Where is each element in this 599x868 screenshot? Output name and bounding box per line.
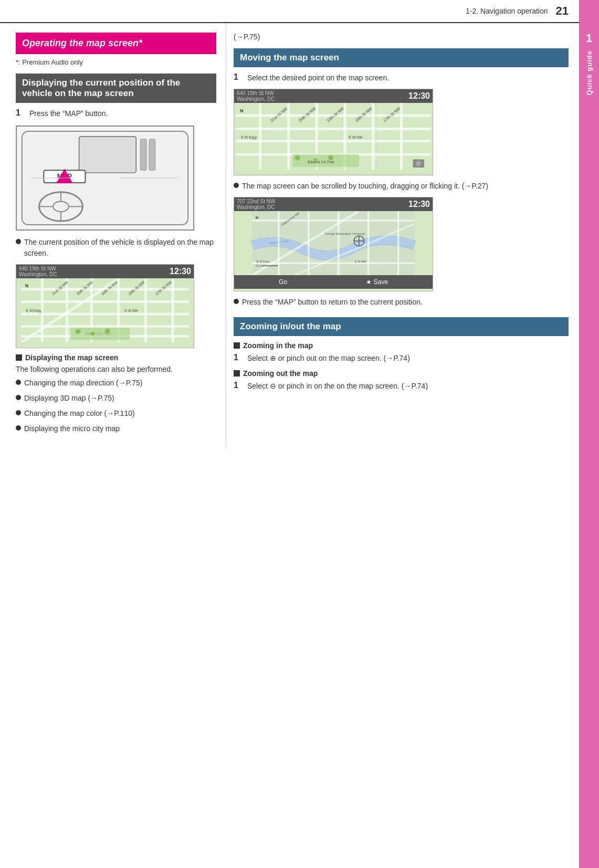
- mini-map-3-street: 707 22nd St NW: [237, 198, 275, 204]
- zoom-in-step-text: Select ⊕ or pinch out on the map screen.…: [247, 353, 410, 364]
- mini-map-3-bottom-bar: Go ★ Save: [234, 275, 433, 289]
- bullet-dot-scroll: [234, 183, 239, 188]
- displaying-map-screen-label: Displaying the map screen: [25, 353, 118, 362]
- step1-num: 1: [16, 108, 25, 118]
- mini-map-3-addr-block: 707 22nd St NW Washington, DC: [237, 198, 275, 210]
- svg-text:0.3: 0.3: [256, 264, 260, 267]
- zooming-heading: Zooming in/out the map: [234, 317, 569, 336]
- zoom-out-step-line: 1 Select ⊖ or pinch in on the on the map…: [234, 381, 569, 392]
- svg-rect-47: [287, 103, 290, 170]
- svg-text:E St Expy: E St Expy: [241, 135, 257, 140]
- svg-text:E St NW: E St NW: [349, 135, 363, 139]
- bullet-dot-4: [16, 410, 21, 415]
- mini-map-1-addr-block: 640 19th St NW Washington, DC: [19, 266, 57, 277]
- svg-point-38: [91, 331, 95, 336]
- svg-rect-75: [397, 211, 399, 275]
- left-col: Operating the map screen* *: Premium Aud…: [0, 23, 226, 448]
- bullet-micro-text: Displaying the micro city map: [24, 423, 120, 434]
- mini-map-2-header: 640 19th St NW Washington, DC 12:30: [234, 89, 433, 103]
- svg-rect-71: [278, 211, 279, 275]
- svg-point-61: [295, 155, 300, 161]
- svg-rect-36: [70, 328, 130, 340]
- svg-point-66: [416, 161, 421, 166]
- ref-link: (→P.75): [234, 33, 569, 41]
- road-svg-3: Potomac River Virgini: [234, 211, 433, 275]
- bullet-current-position-text: The current position of the vehicle is d…: [24, 237, 216, 259]
- svg-text:N: N: [240, 108, 243, 113]
- svg-point-37: [76, 329, 80, 334]
- mini-map-2-addr-block: 640 19th St NW Washington, DC: [237, 90, 275, 102]
- following-text: The following operations can also be per…: [16, 365, 216, 373]
- bullet-map-return: Press the “MAP” button to return to the …: [234, 297, 569, 308]
- right-sidebar: 1 Quick guide: [579, 0, 599, 868]
- mini-map-2-city: Washington, DC: [237, 96, 275, 102]
- zoom-out-step-text: Select ⊖ or pinch in on the on the map s…: [247, 381, 428, 392]
- mini-map-3: 707 22nd St NW Washington, DC 12:30 Poto…: [234, 197, 433, 291]
- mini-map-2-time: 12:30: [408, 91, 430, 101]
- mini-map-1-time: 12:30: [170, 267, 191, 276]
- step1-text: Press the “MAP” button.: [29, 108, 108, 119]
- zoom-in-step-line: 1 Select ⊕ or pinch out on the map scree…: [234, 353, 569, 364]
- bullet-dot-map-return: [234, 299, 239, 304]
- svg-rect-73: [338, 211, 339, 275]
- right-step1-num: 1: [234, 72, 243, 82]
- right-step1-text: Select the desired point on the map scre…: [247, 72, 389, 83]
- bullet-micro-city: Displaying the micro city map: [16, 423, 216, 434]
- zoom-out-label: Zooming out the map: [243, 369, 318, 378]
- svg-rect-21: [41, 278, 44, 342]
- mini-map-1: 640 19th St NW Washington, DC 12:30: [16, 264, 194, 348]
- mini-map-1-header: 640 19th St NW Washington, DC 12:30: [16, 265, 194, 278]
- right-step1-line: 1 Select the desired point on the map sc…: [234, 72, 569, 83]
- bullet-dot-3: [16, 395, 21, 400]
- right-col: (→P.75) Moving the map screen 1 Select t…: [226, 23, 579, 448]
- svg-text:E St NW: E St NW: [355, 260, 366, 263]
- mini-map-3-city: Washington, DC: [237, 204, 275, 210]
- road-svg-2: 21st St NW 20th St NW 19th St NW 18th St…: [234, 103, 433, 170]
- mini-map-3-body: Potomac River Virgini: [234, 211, 433, 275]
- page-container: 1-2. Navigation operation 21 Operating t…: [0, 0, 599, 868]
- zoom-in-step-num: 1: [234, 353, 243, 362]
- main-content: 1-2. Navigation operation 21 Operating t…: [0, 0, 579, 868]
- mini-map-2: 640 19th St NW Washington, DC 12:30: [234, 89, 433, 175]
- bullet-scroll-text: The map screen can be scrolled by touchi…: [242, 181, 488, 192]
- bullet-changing-direction: Changing the map direction (→P.75): [16, 378, 216, 389]
- svg-text:George Washington University: George Washington University: [325, 232, 365, 235]
- svg-rect-50: [372, 103, 374, 170]
- bullet-current-position: The current position of the vehicle is d…: [16, 237, 216, 259]
- sidebar-number: 1: [586, 32, 592, 45]
- svg-text:N: N: [256, 215, 258, 220]
- svg-rect-1: [79, 137, 136, 173]
- bullet-map-color: Changing the map color (→P.110): [16, 408, 216, 419]
- bullet-dot-2: [16, 380, 21, 385]
- header-page-num: 21: [556, 4, 569, 18]
- svg-text:E St Expy: E St Expy: [26, 309, 41, 313]
- bullet-dot-5: [16, 425, 21, 431]
- bullet-dot: [16, 239, 21, 244]
- sub-heading-square-zoom-in: [234, 342, 240, 349]
- svg-text:E St NW: E St NW: [125, 309, 139, 312]
- zoom-in-sub: Zooming in the map: [234, 341, 569, 350]
- zoom-out-step-num: 1: [234, 381, 243, 390]
- page-header: 1-2. Navigation operation 21: [0, 0, 579, 23]
- mini-map-3-header: 707 22nd St NW Washington, DC 12:30: [234, 197, 433, 211]
- svg-rect-72: [308, 211, 309, 275]
- mini-map-1-city: Washington, DC: [19, 271, 57, 277]
- svg-rect-22: [66, 278, 68, 342]
- bullet-scroll: The map screen can be scrolled by touchi…: [234, 181, 569, 192]
- map-button-illustration: MAP: [16, 126, 194, 231]
- step1-line: 1 Press the “MAP” button.: [16, 108, 216, 119]
- premium-audio-note: *: Premium Audio only: [16, 58, 216, 66]
- svg-rect-2: [140, 139, 146, 170]
- sub-heading-square: [16, 354, 22, 361]
- svg-rect-70: [252, 263, 414, 264]
- mini-map-1-street: 640 19th St NW: [19, 266, 57, 271]
- bullet-3d-map: Displaying 3D map (→P.75): [16, 393, 216, 404]
- operating-map-heading: Operating the map screen*: [16, 33, 216, 54]
- svg-rect-46: [259, 103, 261, 170]
- svg-rect-18: [21, 313, 188, 316]
- car-interior-svg: MAP: [17, 126, 193, 231]
- header-section-title: 1-2. Navigation operation: [466, 7, 548, 15]
- columns: Operating the map screen* *: Premium Aud…: [0, 23, 579, 448]
- displaying-map-screen-sub: Displaying the map screen: [16, 353, 216, 362]
- bullet-direction-text: Changing the map direction (→P.75): [24, 378, 142, 389]
